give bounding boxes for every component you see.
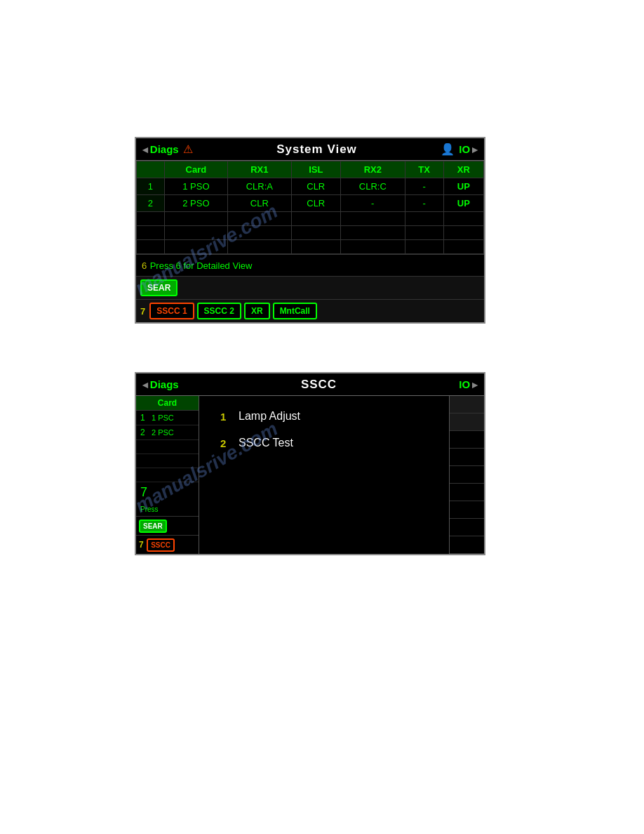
menu-item-lamp-adjust[interactable]: 1 Lamp Adjust — [210, 403, 438, 430]
row2-rx2: - — [340, 195, 405, 212]
system-view-table: Card RX1 ISL RX2 TX XR 1 1 PSO CLR:A CLR… — [136, 161, 484, 254]
table-row-empty — [137, 226, 484, 240]
left-row2-num: 2 — [140, 428, 149, 437]
right-side-bars — [449, 396, 484, 554]
sscc-menu: 1 Lamp Adjust 2 SSCC Test — [199, 396, 449, 554]
col-isl: ISL — [291, 161, 340, 178]
sscc-title: SSCC — [179, 378, 459, 392]
diags-label[interactable]: Diags — [150, 143, 179, 155]
arrow-right-icon[interactable]: ► — [470, 144, 480, 155]
col-rx2: RX2 — [340, 161, 405, 178]
right-bar-8 — [450, 519, 484, 536]
table-row: 1 1 PSO CLR:A CLR CLR:C - UP — [137, 178, 484, 195]
right-bar-2 — [450, 413, 484, 431]
left-row1-num: 1 — [140, 413, 149, 423]
info-bar: 6 Press 6 for Detailed View — [136, 254, 484, 276]
io-label[interactable]: IO — [459, 143, 470, 155]
left-sear-button[interactable]: SEAR — [139, 519, 167, 533]
row2-num: 2 — [137, 195, 165, 212]
bottom-header: ◄ Diags SSCC IO ► — [136, 373, 484, 396]
mntcall-button[interactable]: MntCall — [273, 303, 317, 319]
row2-isl: CLR — [291, 195, 340, 212]
right-bar-7 — [450, 501, 484, 519]
top-header: ◄ Diags ⚠ System View 👤 IO ► — [136, 138, 484, 161]
sscc2-button[interactable]: SSCC 2 — [197, 303, 241, 319]
col-card: Card — [164, 161, 227, 178]
right-bar-1 — [450, 396, 484, 413]
warning-icon: ⚠ — [183, 143, 193, 156]
left-seven: 7 — [136, 482, 199, 503]
left-row1-text: 1 PSC — [152, 413, 174, 422]
table-row-empty — [137, 240, 484, 254]
menu-item1-label: Lamp Adjust — [239, 410, 300, 423]
row2-card: 2 PSO — [164, 195, 227, 212]
screen-top: ◄ Diags ⚠ System View 👤 IO ► Card RX1 IS… — [135, 137, 485, 324]
left-sscc-button[interactable]: SSCC — [147, 538, 175, 552]
row1-card: 1 PSO — [164, 178, 227, 195]
right-bar-9 — [450, 536, 484, 554]
bar2-num: 7 — [140, 306, 145, 317]
row2-xr: UP — [443, 195, 483, 212]
btn-bar-1: SEAR — [136, 276, 484, 299]
left-card-header: Card — [136, 396, 199, 411]
right-bar-4 — [450, 449, 484, 466]
system-view-title: System View — [197, 143, 437, 157]
right-bar-3 — [450, 431, 484, 449]
right-bar-6 — [450, 484, 484, 501]
row1-num: 1 — [137, 178, 165, 195]
left-press-text: Press — [136, 503, 199, 516]
left-overlay: Card 1 1 PSC 2 2 PSC 7 Press SEAR 7 — [136, 396, 199, 554]
row1-rx2: CLR:C — [340, 178, 405, 195]
table-row: 2 2 PSO CLR CLR - - UP — [137, 195, 484, 212]
menu-item2-num: 2 — [220, 437, 232, 449]
col-xr: XR — [443, 161, 483, 178]
col-empty — [137, 161, 165, 178]
arrow-left-icon[interactable]: ◄ — [140, 144, 150, 155]
row1-tx: - — [405, 178, 443, 195]
xr-button[interactable]: XR — [244, 303, 270, 319]
row2-rx1: CLR — [228, 195, 291, 212]
menu-item2-label: SSCC Test — [239, 437, 293, 449]
menu-item-sscc-test[interactable]: 2 SSCC Test — [210, 430, 438, 456]
left-row-2: 2 2 PSC — [136, 425, 199, 440]
col-tx: TX — [405, 161, 443, 178]
bottom-arrow-left-icon[interactable]: ◄ — [140, 379, 150, 390]
bottom-arrow-right-icon[interactable]: ► — [470, 379, 480, 390]
right-bar-5 — [450, 466, 484, 484]
info-text: Press 6 for Detailed View — [150, 260, 253, 271]
sear-button[interactable]: SEAR — [140, 279, 177, 296]
left-row2-text: 2 PSC — [152, 428, 174, 437]
col-rx1: RX1 — [228, 161, 291, 178]
row2-tx: - — [405, 195, 443, 212]
row1-xr: UP — [443, 178, 483, 195]
left-row-1: 1 1 PSC — [136, 411, 199, 425]
info-num: 6 — [142, 260, 147, 271]
table-row-empty — [137, 212, 484, 226]
row1-isl: CLR — [291, 178, 340, 195]
bottom-io-label[interactable]: IO — [459, 378, 470, 390]
row1-rx1: CLR:A — [228, 178, 291, 195]
menu-item1-num: 1 — [220, 411, 232, 423]
btn-bar-2: 7 SSCC 1 SSCC 2 XR MntCall — [136, 299, 484, 322]
bottom-diags-label[interactable]: Diags — [150, 378, 179, 390]
screen-bottom: ◄ Diags SSCC IO ► Card 1 1 PSC 2 2 PSC 7 — [135, 372, 485, 555]
bottom-body: Card 1 1 PSC 2 2 PSC 7 Press SEAR 7 — [136, 396, 484, 554]
user-icon: 👤 — [441, 143, 455, 156]
sscc1-button[interactable]: SSCC 1 — [149, 303, 194, 319]
